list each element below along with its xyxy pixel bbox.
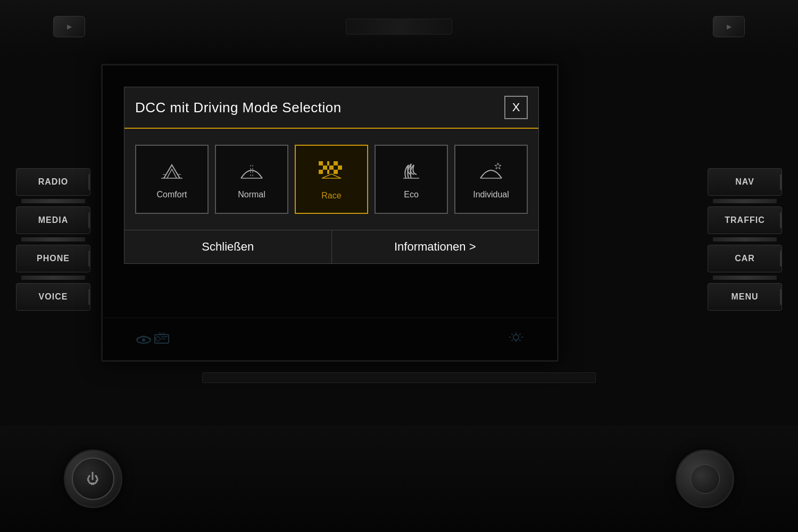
media-slot[interactable] [202, 372, 596, 383]
menu-button[interactable]: MENU [708, 283, 782, 311]
svg-rect-17 [338, 161, 342, 165]
left-volume-knob[interactable]: ⏻ [64, 450, 122, 508]
svg-rect-19 [334, 165, 338, 170]
power-button[interactable]: ⏻ [72, 458, 114, 500]
top-center-bar [346, 19, 452, 35]
car-button[interactable]: CAR [708, 245, 782, 272]
individual-label: Individual [473, 190, 509, 200]
svg-rect-7 [323, 161, 327, 165]
left-panel: RADIO MEDIA PHONE VOICE [0, 53, 101, 426]
normal-icon [238, 160, 265, 185]
modal-overlay: DCC mit Driving Mode Selection X [103, 65, 557, 360]
voice-button[interactable]: VOICE [16, 283, 90, 311]
phone-button[interactable]: PHONE [16, 245, 90, 272]
individual-mode-button[interactable]: Individual [454, 145, 528, 214]
race-mode-button[interactable]: Race [295, 145, 368, 214]
svg-rect-10 [323, 165, 327, 170]
car-infotainment-unit: RADIO MEDIA PHONE VOICE ℹA) Start-Stopp [0, 0, 798, 532]
svg-rect-23 [338, 170, 342, 174]
modal-title: DCC mit Driving Mode Selection [135, 99, 342, 116]
nav-button[interactable]: NAV [708, 168, 782, 196]
separator [713, 276, 777, 280]
separator [713, 237, 777, 242]
top-left-knob[interactable] [53, 16, 85, 37]
modal-footer: Schließen Informationen > [124, 230, 538, 263]
normal-label: Normal [238, 190, 265, 200]
svg-rect-15 [329, 161, 334, 165]
svg-rect-13 [323, 170, 327, 174]
comfort-icon [159, 160, 185, 185]
modal-header: DCC mit Driving Mode Selection X [124, 87, 538, 129]
right-knob-inner [691, 464, 720, 494]
separator [713, 199, 777, 203]
separator [21, 276, 85, 280]
comfort-mode-button[interactable]: Comfort [135, 145, 209, 214]
right-volume-knob[interactable] [676, 450, 734, 508]
svg-rect-12 [319, 170, 323, 174]
eco-mode-button[interactable]: Eco [375, 145, 448, 214]
close-footer-button[interactable]: Schließen [124, 230, 331, 263]
driving-mode-modal: DCC mit Driving Mode Selection X [124, 87, 539, 264]
comfort-label: Comfort [157, 190, 187, 200]
infotainment-screen: ℹA) Start-Stopp DCC mit Driving Mode Sel… [101, 64, 559, 362]
screen-wrapper: ℹA) Start-Stopp DCC mit Driving Mode Sel… [101, 53, 697, 426]
right-panel: NAV TRAFFIC CAR MENU [697, 53, 798, 426]
info-footer-button[interactable]: Informationen > [332, 230, 539, 263]
race-icon [317, 158, 346, 186]
media-button[interactable]: MEDIA [16, 206, 90, 234]
modal-close-button[interactable]: X [504, 96, 528, 119]
svg-rect-22 [334, 170, 338, 174]
traffic-button[interactable]: TRAFFIC [708, 206, 782, 234]
top-right-knob[interactable] [713, 16, 745, 37]
radio-button[interactable]: RADIO [16, 168, 90, 196]
separator [21, 199, 85, 203]
power-icon: ⏻ [87, 471, 99, 486]
race-label: Race [321, 191, 341, 201]
separator [21, 237, 85, 242]
eco-icon [398, 160, 425, 185]
svg-rect-18 [329, 165, 334, 170]
svg-marker-27 [495, 163, 501, 169]
svg-rect-16 [334, 161, 338, 165]
svg-rect-21 [329, 170, 334, 174]
normal-mode-button[interactable]: Normal [215, 145, 288, 214]
bottom-area: ⏻ [0, 426, 798, 532]
svg-rect-20 [338, 165, 342, 170]
eco-label: Eco [404, 190, 419, 200]
left-knob-area: ⏻ [64, 450, 122, 508]
right-knob-area [676, 450, 734, 508]
individual-icon [478, 160, 504, 185]
svg-rect-6 [319, 161, 323, 165]
top-area [0, 0, 798, 53]
modal-body: Comfort [124, 129, 538, 230]
svg-rect-9 [319, 165, 323, 170]
screen-content: ℹA) Start-Stopp DCC mit Driving Mode Sel… [103, 65, 557, 360]
